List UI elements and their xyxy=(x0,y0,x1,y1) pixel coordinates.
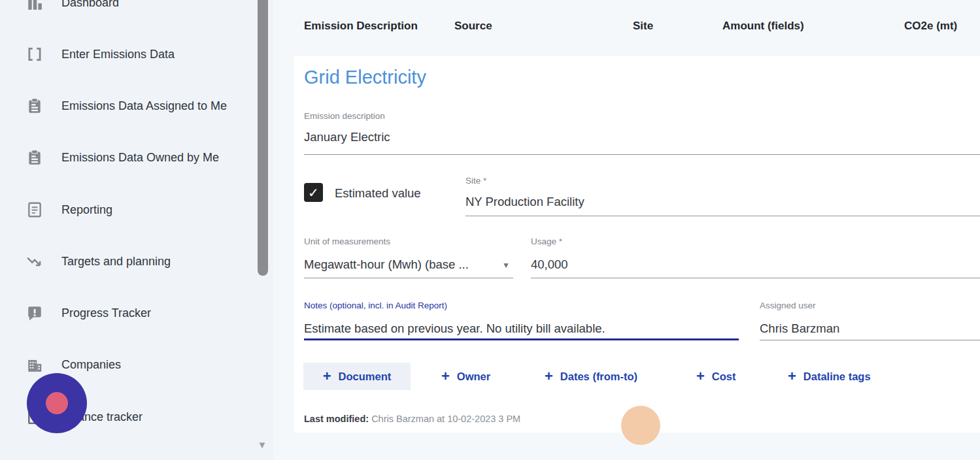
chevron-down-icon[interactable]: ▼ xyxy=(502,261,510,270)
sidebar-item-companies[interactable]: Companies xyxy=(0,349,273,380)
emission-description-input[interactable]: January Electric xyxy=(304,130,390,144)
cursor-click-indicator-dot xyxy=(46,392,68,414)
column-header-emission-description: Emission Description xyxy=(304,20,418,33)
last-modified-value: Chris Barzman at 10-02-2023 3 PM xyxy=(371,414,520,424)
assigned-user-input[interactable]: Chris Barzman xyxy=(760,321,839,336)
last-modified-label: Last modified: xyxy=(304,414,369,424)
sidebar-item-label: Reporting xyxy=(61,203,112,217)
document-icon xyxy=(26,201,43,218)
emission-description-underline xyxy=(304,154,980,155)
add-document-label: Document xyxy=(339,370,392,383)
emission-description-label: Emission description xyxy=(304,111,385,121)
add-owner-label: Owner xyxy=(457,370,490,383)
column-header-source: Source xyxy=(454,20,492,33)
notes-label: Notes (optional, incl. in Audit Report) xyxy=(304,301,447,310)
site-underline xyxy=(465,216,980,216)
sidebar-item-targets-planning[interactable]: Targets and planning xyxy=(0,246,273,277)
emission-form-card: Grid Electricity Emission description Ja… xyxy=(294,56,980,433)
add-dataline-tags-button[interactable]: + Dataline tags xyxy=(788,363,871,390)
brackets-icon xyxy=(26,46,43,63)
last-modified: Last modified: Chris Barzman at 10-02-20… xyxy=(304,414,520,424)
notes-input[interactable]: Estimate based on previous year. No util… xyxy=(304,321,605,336)
estimated-value-label: Estimated value xyxy=(335,186,421,201)
clipboard-icon xyxy=(26,97,43,114)
assigned-user-label: Assigned user xyxy=(760,301,816,310)
usage-input[interactable]: 40,000 xyxy=(531,257,568,272)
site-label: Site * xyxy=(465,176,486,186)
notes-underline-focused xyxy=(304,338,739,340)
plus-icon: + xyxy=(788,369,796,384)
sidebar-item-enter-emissions-data[interactable]: Enter Emissions Data xyxy=(0,39,273,70)
building-icon xyxy=(26,356,43,373)
unit-underline xyxy=(304,278,513,278)
trend-down-icon xyxy=(26,253,43,270)
assigned-user-underline xyxy=(760,340,980,340)
column-header-co2e: CO2e (mt) xyxy=(904,20,957,33)
estimated-value-checkbox[interactable]: ✓ xyxy=(304,183,323,202)
clipboard-icon xyxy=(26,149,43,166)
plus-icon: + xyxy=(323,369,331,384)
sidebar-item-label: Targets and planning xyxy=(61,255,171,269)
sidebar-item-dashboard[interactable]: Dashboard xyxy=(0,0,273,18)
sidebar-item-label: Emissions Data Owned by Me xyxy=(61,151,219,165)
add-dataline-tags-label: Dataline tags xyxy=(803,370,871,383)
message-alert-icon xyxy=(26,304,43,321)
check-icon: ✓ xyxy=(308,185,319,201)
page-title: Grid Electricity xyxy=(304,67,426,88)
add-document-button[interactable]: + Document xyxy=(303,363,411,390)
add-cost-label: Cost xyxy=(712,370,736,383)
column-header-amount: Amount (fields) xyxy=(722,20,804,33)
sidebar-scrollbar-thumb[interactable] xyxy=(258,0,268,276)
sidebar-item-label: Enter Emissions Data xyxy=(61,48,175,61)
cursor-click-indicator xyxy=(27,373,87,433)
add-dates-label: Dates (from-to) xyxy=(560,370,637,383)
sidebar-item-progress-tracker[interactable]: Progress Tracker xyxy=(0,297,273,329)
plus-icon: + xyxy=(441,369,450,384)
scroll-down-icon[interactable]: ▼ xyxy=(254,439,271,450)
add-dates-button[interactable]: + Dates (from-to) xyxy=(545,363,637,390)
sidebar-item-label: Progress Tracker xyxy=(61,306,151,320)
sidebar-item-reporting[interactable]: Reporting xyxy=(0,194,273,225)
column-header-site: Site xyxy=(633,20,653,33)
cursor-click-ripple xyxy=(621,406,660,445)
usage-underline xyxy=(531,278,980,278)
sidebar-item-label: Emissions Data Assigned to Me xyxy=(61,99,227,113)
sidebar-item-label: Companies xyxy=(61,358,121,372)
unit-of-measurements-label: Unit of measurements xyxy=(304,237,390,246)
add-owner-button[interactable]: + Owner xyxy=(441,363,490,390)
site-input[interactable]: NY Production Facility xyxy=(465,195,584,209)
sidebar-item-label: Dashboard xyxy=(61,0,119,10)
plus-icon: + xyxy=(545,369,553,384)
bar-chart-icon xyxy=(26,0,43,11)
usage-label: Usage * xyxy=(531,237,562,246)
unit-of-measurements-select[interactable]: Megawatt-hour (Mwh) (base ... xyxy=(304,257,469,272)
plus-icon: + xyxy=(696,369,705,384)
sidebar-item-emissions-assigned[interactable]: Emissions Data Assigned to Me xyxy=(0,90,273,122)
sidebar-item-emissions-owned[interactable]: Emissions Data Owned by Me xyxy=(0,142,273,173)
add-cost-button[interactable]: + Cost xyxy=(696,363,736,390)
